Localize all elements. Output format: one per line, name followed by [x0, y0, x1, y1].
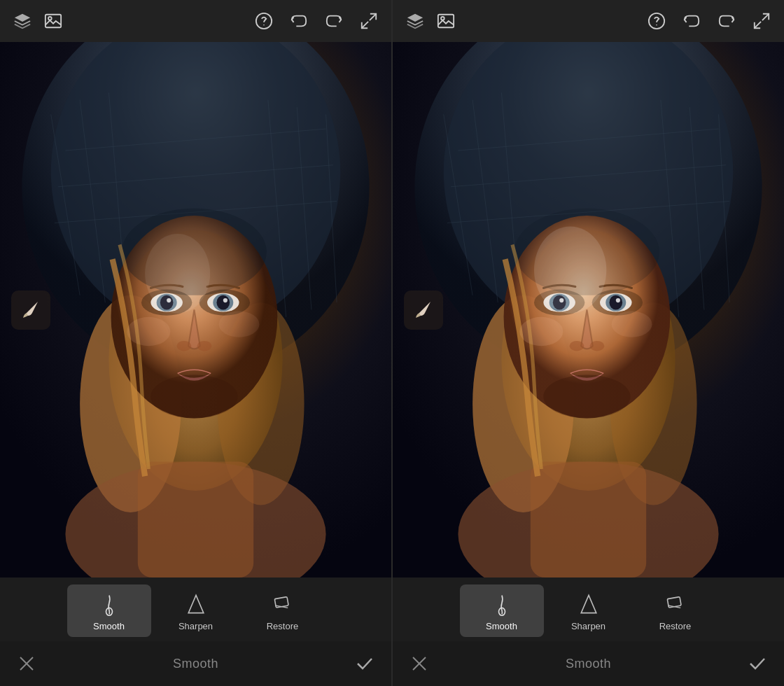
svg-rect-71	[531, 462, 646, 578]
smooth-label-left: Smooth	[93, 621, 125, 631]
layers-icon-left[interactable]	[11, 10, 34, 32]
smooth-label-right: Smooth	[486, 621, 517, 631]
toolbar-right-left	[253, 10, 380, 32]
svg-line-6	[362, 22, 368, 28]
redo-icon-right[interactable]	[715, 10, 738, 32]
svg-point-82	[609, 295, 622, 310]
sharpen-btn-left[interactable]: Sharpen	[154, 584, 238, 637]
svg-point-41	[219, 312, 260, 337]
brush-icon-right	[412, 299, 435, 321]
svg-point-40	[127, 317, 170, 346]
left-tool-buttons: Smooth Sharpen Restore	[0, 583, 391, 638]
restore-btn-right[interactable]: Restore	[634, 584, 718, 637]
brush-tool-overlay-right[interactable]	[404, 290, 443, 330]
confirm-btn-left[interactable]	[352, 651, 377, 676]
main-container: Smooth Sharpen Restore	[0, 0, 784, 686]
svg-marker-91	[581, 595, 596, 612]
confirm-icon-left	[355, 654, 374, 673]
sharpen-icon-right	[576, 592, 601, 617]
svg-rect-1	[46, 15, 61, 28]
layers-icon-right[interactable]	[404, 10, 426, 32]
smooth-icon-right	[489, 592, 514, 617]
svg-point-85	[590, 341, 605, 351]
toolbar-left-left	[11, 10, 64, 32]
sharpen-icon-left	[183, 592, 209, 617]
svg-point-36	[177, 341, 192, 351]
left-bottom-toolbar: Smooth Sharpen Restore	[0, 578, 391, 641]
smooth-btn-right[interactable]: Smooth	[460, 584, 544, 637]
restore-icon-left	[270, 592, 295, 617]
svg-point-39	[150, 375, 237, 419]
right-image-area	[393, 42, 784, 578]
svg-line-53	[762, 14, 769, 20]
svg-point-87	[543, 375, 630, 419]
expand-icon-right[interactable]	[750, 10, 773, 32]
svg-point-84	[570, 341, 584, 351]
image-icon-left[interactable]	[42, 10, 64, 32]
redo-icon-left[interactable]	[323, 10, 345, 32]
expand-icon-left[interactable]	[358, 10, 380, 32]
svg-point-4	[263, 24, 265, 26]
restore-btn-left[interactable]: Restore	[241, 584, 325, 637]
svg-point-52	[656, 24, 657, 26]
svg-point-83	[616, 298, 620, 302]
confirm-btn-right[interactable]	[745, 651, 770, 676]
svg-point-34	[216, 295, 230, 310]
svg-marker-48	[407, 14, 423, 22]
svg-rect-49	[438, 15, 454, 28]
smooth-btn-left[interactable]: Smooth	[67, 584, 151, 637]
right-portrait	[393, 42, 784, 578]
restore-icon-right	[663, 592, 688, 617]
brush-tool-overlay-left[interactable]	[11, 290, 50, 330]
svg-point-88	[519, 317, 563, 346]
toolbar-left-right	[404, 10, 457, 32]
svg-marker-0	[15, 14, 30, 22]
right-action-title: Smooth	[566, 657, 611, 671]
left-action-title: Smooth	[173, 657, 218, 671]
svg-line-5	[370, 14, 376, 20]
smooth-icon-left	[97, 592, 122, 617]
undo-icon-right[interactable]	[680, 10, 703, 32]
restore-label-left: Restore	[267, 621, 299, 631]
right-action-bar: Smooth	[393, 641, 784, 686]
svg-point-37	[197, 341, 212, 351]
left-action-bar: Smooth	[0, 641, 391, 686]
right-panel: Smooth Sharpen Restore	[391, 0, 784, 686]
sharpen-btn-right[interactable]: Sharpen	[547, 584, 631, 637]
cancel-btn-left[interactable]	[14, 651, 39, 676]
toolbar-right-right	[645, 10, 773, 32]
left-portrait	[0, 42, 391, 578]
right-tool-buttons: Smooth Sharpen Restore	[393, 583, 784, 638]
right-bottom-toolbar: Smooth Sharpen Restore	[393, 578, 784, 641]
cancel-btn-right[interactable]	[407, 651, 432, 676]
confirm-icon-right	[748, 654, 767, 673]
cancel-icon-left	[17, 654, 36, 673]
undo-icon-left[interactable]	[288, 10, 310, 32]
right-toolbar	[393, 0, 784, 42]
image-icon-right[interactable]	[435, 10, 457, 32]
help-icon-right[interactable]	[645, 10, 668, 32]
svg-marker-43	[188, 595, 204, 612]
restore-label-right: Restore	[659, 621, 692, 631]
svg-point-35	[223, 298, 227, 302]
sharpen-label-right: Sharpen	[571, 621, 606, 631]
brush-icon-left	[20, 299, 42, 321]
svg-point-89	[612, 312, 652, 337]
cancel-icon-right	[410, 654, 429, 673]
sharpen-label-left: Sharpen	[178, 621, 213, 631]
left-panel: Smooth Sharpen Restore	[0, 0, 391, 686]
svg-point-38	[145, 234, 210, 314]
svg-line-54	[755, 22, 761, 28]
left-toolbar	[0, 0, 391, 42]
svg-rect-23	[138, 462, 253, 578]
help-icon-left[interactable]	[253, 10, 275, 32]
svg-point-86	[534, 227, 606, 314]
left-image-area	[0, 42, 391, 578]
